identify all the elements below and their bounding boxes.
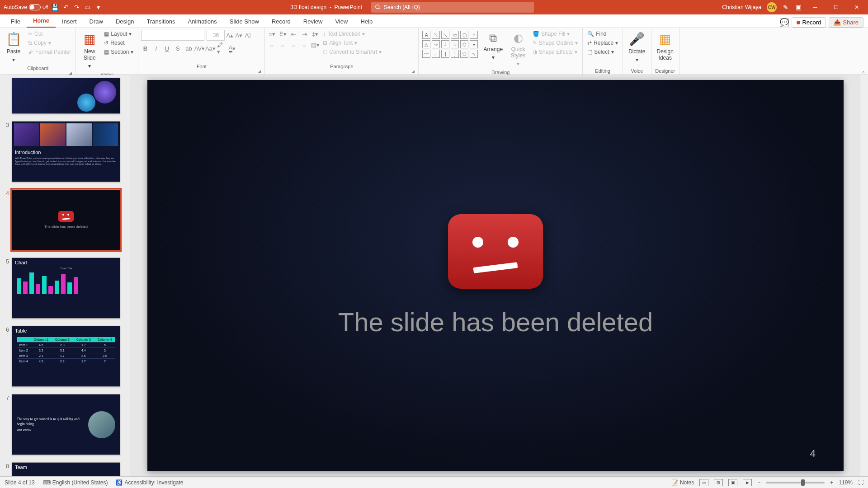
copy-button[interactable]: ⧉Copy ▾ xyxy=(26,39,73,47)
case-button[interactable]: Aa▾ xyxy=(206,44,214,52)
justify-button[interactable]: ≡ xyxy=(300,41,308,49)
thumb-slide-5[interactable]: Chart Chart Title xyxy=(12,258,120,319)
slide-thumbnails[interactable]: 3 Introduction With PowerPoint, you can … xyxy=(0,75,131,476)
user-avatar[interactable]: CW xyxy=(767,2,777,12)
notes-button[interactable]: 📝Notes xyxy=(671,479,694,486)
shape-triangle-icon[interactable]: △ xyxy=(422,40,430,48)
slide-counter[interactable]: Slide 4 of 13 xyxy=(5,479,35,486)
thumb-slide-4[interactable]: The slide has been deleted xyxy=(12,189,120,250)
find-button[interactable]: 🔍Find xyxy=(585,30,620,38)
smartart-button[interactable]: ⬡Convert to SmartArt ▾ xyxy=(321,48,383,56)
new-slide-button[interactable]: ▦ New Slide▾ xyxy=(79,30,100,71)
underline-button[interactable]: U xyxy=(163,44,171,52)
shape-line2-icon[interactable]: ＼ xyxy=(441,31,449,39)
tab-record[interactable]: Record xyxy=(265,15,297,28)
reset-button[interactable]: ↺Reset xyxy=(102,39,135,47)
shape-more-icon[interactable]: ▾ xyxy=(470,40,478,48)
tab-help[interactable]: Help xyxy=(354,15,379,28)
arrange-button[interactable]: ⧉Arrange▾ xyxy=(481,30,505,62)
shape-callout-icon[interactable]: ⬠ xyxy=(460,50,468,58)
thumb-slide-2[interactable] xyxy=(12,78,120,114)
paragraph-launcher[interactable]: ◢ xyxy=(268,69,415,74)
align-text-button[interactable]: ⊟Align Text ▾ xyxy=(321,39,383,47)
undo-icon[interactable]: ↶ xyxy=(62,4,70,11)
layout-button[interactable]: ▦Layout ▾ xyxy=(102,30,135,38)
shape-arrow-icon[interactable]: ⇨ xyxy=(432,40,440,48)
minimize-button[interactable]: ─ xyxy=(807,0,823,14)
font-size-input[interactable]: 36 xyxy=(207,30,225,41)
bullets-button[interactable]: ≡▾ xyxy=(268,30,276,38)
tab-review[interactable]: Review xyxy=(297,15,329,28)
share-button[interactable]: 📤 Share xyxy=(829,17,863,28)
shadow-button[interactable]: ab xyxy=(184,44,193,52)
sorter-view-button[interactable]: ⊞ xyxy=(714,479,723,486)
thumb-slide-3[interactable]: Introduction With PowerPoint, you can cr… xyxy=(12,121,120,182)
slideshow-view-button[interactable]: ▶ xyxy=(743,479,752,486)
shape-arrow2-icon[interactable]: ⇩ xyxy=(441,40,449,48)
decrease-indent-button[interactable]: ⇤ xyxy=(289,30,297,38)
decrease-font-icon[interactable]: A▾ xyxy=(235,31,243,39)
tab-design[interactable]: Design xyxy=(109,15,140,28)
accessibility-button[interactable]: ♿Accessibility: Investigate xyxy=(116,479,183,486)
strike-button[interactable]: S xyxy=(174,44,182,52)
autosave-toggle[interactable]: AutoSave Off xyxy=(4,4,48,10)
shape-rect-icon[interactable]: ▭ xyxy=(451,31,459,39)
shape-star-icon[interactable]: ☆ xyxy=(451,40,459,48)
highlight-button[interactable]: 🖍▾ xyxy=(217,44,225,52)
shape-outline-button[interactable]: ✎Shape Outline ▾ xyxy=(531,39,580,47)
reading-view-button[interactable]: ▣ xyxy=(728,479,737,486)
section-button[interactable]: ▤Section ▾ xyxy=(102,48,135,56)
font-name-input[interactable] xyxy=(141,30,204,41)
increase-indent-button[interactable]: ⇥ xyxy=(300,30,308,38)
increase-font-icon[interactable]: A▴ xyxy=(226,31,234,39)
shape-connect-icon[interactable]: ⌐ xyxy=(432,50,440,58)
zoom-in-button[interactable]: + xyxy=(830,479,833,486)
maximize-button[interactable]: ☐ xyxy=(828,0,844,14)
shape-brace-icon[interactable]: { xyxy=(441,50,449,58)
tab-view[interactable]: View xyxy=(329,15,354,28)
quick-styles-button[interactable]: ◐Quick Styles▾ xyxy=(507,30,529,69)
shape-expand-icon[interactable]: ⤡ xyxy=(470,50,478,58)
thumb-slide-7[interactable]: The way to get started is to quit talkin… xyxy=(12,394,120,455)
drawing-mode-icon[interactable]: ✎ xyxy=(782,4,789,11)
slide-canvas-area[interactable]: The slide has been deleted 4 xyxy=(131,75,860,476)
tab-draw[interactable]: Draw xyxy=(83,15,109,28)
close-button[interactable]: ✕ xyxy=(849,0,864,14)
bold-button[interactable]: B xyxy=(141,44,149,52)
tab-slideshow[interactable]: Slide Show xyxy=(223,15,265,28)
paste-button[interactable]: 📋 Paste▾ xyxy=(3,30,24,65)
tab-home[interactable]: Home xyxy=(27,14,56,28)
format-painter-button[interactable]: 🖌Format Painter xyxy=(26,48,73,56)
design-ideas-button[interactable]: ▦Design Ideas xyxy=(654,30,676,63)
search-input[interactable]: Search (Alt+Q) xyxy=(371,2,534,13)
qat-dropdown-icon[interactable]: ▾ xyxy=(95,4,102,11)
language-button[interactable]: ⌨English (United States) xyxy=(43,479,108,486)
save-icon[interactable]: 💾 xyxy=(52,4,59,11)
shape-textbox-icon[interactable]: A xyxy=(422,31,430,39)
align-right-button[interactable]: ≡ xyxy=(289,41,297,49)
zoom-out-button[interactable]: − xyxy=(757,479,760,486)
text-direction-button[interactable]: ↕Text Direction ▾ xyxy=(321,30,383,38)
line-spacing-button[interactable]: ‡▾ xyxy=(311,30,319,38)
tab-animations[interactable]: Animations xyxy=(182,15,223,28)
replace-button[interactable]: ⇄Replace ▾ xyxy=(585,39,620,47)
numbering-button[interactable]: ⠿▾ xyxy=(278,30,287,38)
present-icon[interactable]: ▭ xyxy=(84,4,91,11)
zoom-slider[interactable] xyxy=(766,482,825,483)
shape-curve-icon[interactable]: 〰 xyxy=(422,50,430,58)
record-button[interactable]: Record xyxy=(792,17,826,28)
fit-to-window-button[interactable]: ⛶ xyxy=(858,479,863,486)
collapse-ribbon-button[interactable]: ⌃ xyxy=(861,70,865,76)
thumb-slide-8[interactable]: Team xyxy=(12,462,120,476)
font-color-button[interactable]: A▾ xyxy=(228,44,236,52)
vertical-scrollbar[interactable] xyxy=(860,75,868,476)
shape-line-icon[interactable]: ＼ xyxy=(432,31,440,39)
shape-fill-button[interactable]: 🪣Shape Fill ▾ xyxy=(531,30,580,38)
shapes-gallery[interactable]: A ＼ ＼ ▭ ▢ ○ △ ⇨ ⇩ ☆ ⬡ ▾ 〰 ⌐ { } ⬠ ⤡ xyxy=(421,30,479,59)
shape-rrect-icon[interactable]: ▢ xyxy=(460,31,468,39)
redo-icon[interactable]: ↷ xyxy=(73,4,80,11)
italic-button[interactable]: I xyxy=(152,44,160,52)
shape-hex-icon[interactable]: ⬡ xyxy=(460,40,468,48)
normal-view-button[interactable]: ▭ xyxy=(699,479,708,486)
spacing-button[interactable]: AV▾ xyxy=(195,44,203,52)
